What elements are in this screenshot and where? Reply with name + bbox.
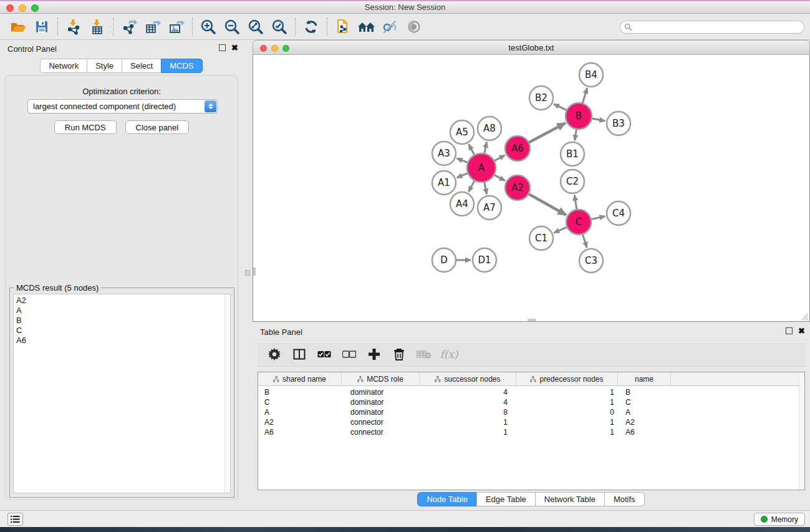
close-window-button[interactable] [6, 4, 14, 12]
graph-edge-A-A4[interactable] [468, 181, 474, 191]
criterion-dropdown[interactable]: largest connected component (directed) [27, 99, 218, 114]
task-history-button[interactable] [7, 513, 23, 526]
splitter-grip[interactable] [245, 270, 250, 276]
zoom-window-button[interactable] [31, 4, 39, 12]
result-item[interactable]: A [14, 306, 230, 316]
graph-node-A2[interactable]: A2 [505, 175, 530, 200]
column-header-successor-nodes[interactable]: successor nodes [420, 372, 516, 385]
graph-edge-A-A5[interactable] [469, 144, 475, 155]
resize-grip-icon[interactable] [801, 312, 809, 321]
column-header-name[interactable]: name [618, 372, 671, 385]
clone-network-button[interactable] [331, 16, 355, 37]
graph-edge-C-C1[interactable] [554, 227, 567, 233]
graph-node-A6[interactable]: A6 [505, 136, 530, 161]
result-item[interactable]: C [14, 326, 230, 336]
export-network-button[interactable] [117, 16, 141, 37]
search-field[interactable] [620, 21, 804, 34]
graph-node-D1[interactable]: D1 [473, 248, 496, 272]
graph-edge-A-A2[interactable] [494, 175, 505, 181]
tab-mcds[interactable]: MCDS [161, 59, 202, 73]
hide-glasses-button[interactable] [378, 16, 402, 37]
export-image-button[interactable] [165, 16, 188, 37]
show-columns-button[interactable] [290, 345, 309, 364]
tab-select[interactable]: Select [122, 59, 162, 73]
zoom-selected-button[interactable] [268, 16, 291, 37]
select-all-button[interactable] [315, 345, 334, 364]
memory-button[interactable]: Memory [754, 513, 805, 526]
graph-edge-B-B1[interactable] [575, 130, 577, 141]
tab-motifs[interactable]: Motifs [604, 492, 645, 506]
tab-node-table[interactable]: Node Table [417, 492, 477, 506]
graph-node-B4[interactable]: B4 [579, 63, 603, 87]
zoom-fit-button[interactable] [244, 16, 268, 37]
network-graph[interactable]: AA6A2BCA1A3A5A8A4A7B1B2B3B4C1C2C3C4DD1 [253, 55, 809, 321]
graph-edge-B-B3[interactable] [592, 118, 605, 121]
close-panel-button[interactable]: Close panel [125, 120, 190, 134]
save-session-button[interactable] [30, 16, 54, 37]
tab-style[interactable]: Style [87, 59, 122, 73]
column-header-mcds-role[interactable]: MCDS role [342, 372, 420, 385]
graph-edge-A-A3[interactable] [457, 158, 468, 163]
graph-node-B[interactable]: B [566, 103, 592, 129]
import-network-button[interactable] [62, 16, 85, 37]
result-item[interactable]: A6 [14, 336, 230, 346]
graph-node-C2[interactable]: C2 [561, 170, 584, 193]
zoom-out-button[interactable] [220, 16, 244, 37]
graph-node-C4[interactable]: C4 [607, 201, 630, 225]
column-header-predecessor-nodes[interactable]: predecessor nodes [516, 372, 618, 385]
table-scrollbar[interactable] [799, 372, 804, 490]
delete-column-button[interactable] [390, 345, 408, 364]
graph-edge-B-B2[interactable] [554, 104, 566, 110]
graph-edge-A-A1[interactable] [456, 173, 467, 178]
graph-node-C3[interactable]: C3 [579, 249, 603, 273]
network-window-titlebar[interactable]: testGlobe.txt [253, 40, 810, 55]
graph-node-A7[interactable]: A7 [478, 196, 501, 220]
table-settings-button[interactable] [265, 345, 284, 364]
graph-node-B1[interactable]: B1 [561, 142, 584, 166]
graph-edge-A6-B[interactable] [529, 123, 566, 142]
graph-edge-A-A8[interactable] [485, 142, 487, 153]
node-table[interactable]: shared name MCDS role successor nodes pr… [258, 372, 805, 490]
graph-edge-A-A6[interactable] [494, 155, 505, 161]
graph-edge-A-A7[interactable] [485, 183, 487, 195]
graph-node-B3[interactable]: B3 [607, 112, 630, 135]
graph-node-A4[interactable]: A4 [450, 192, 474, 216]
show-eye-button[interactable] [402, 16, 426, 37]
open-session-button[interactable] [6, 16, 30, 37]
graph-node-A8[interactable]: A8 [478, 117, 501, 140]
graph-node-A5[interactable]: A5 [450, 120, 474, 144]
refresh-button[interactable] [299, 16, 323, 37]
float-panel-icon[interactable] [219, 44, 226, 51]
close-panel-icon[interactable]: ✖ [231, 43, 238, 52]
import-table-button[interactable] [85, 16, 109, 37]
net-zoom-button[interactable] [282, 45, 289, 52]
column-header-shared-name[interactable]: shared name [258, 372, 342, 385]
panel-splitter[interactable] [243, 40, 253, 510]
export-table-button[interactable] [141, 16, 165, 37]
graph-node-A1[interactable]: A1 [432, 171, 456, 195]
table-row[interactable]: A2 connector 1 1 A2 [258, 418, 804, 428]
graph-edge-C-C3[interactable] [582, 235, 587, 248]
minimize-window-button[interactable] [19, 4, 26, 12]
search-input[interactable] [635, 23, 797, 32]
net-minimize-button[interactable] [271, 45, 278, 52]
graph-node-A3[interactable]: A3 [432, 142, 456, 165]
close-table-panel-icon[interactable]: ✖ [798, 326, 805, 336]
graph-node-B2[interactable]: B2 [529, 86, 553, 110]
graph-edge-C-C4[interactable] [592, 216, 605, 220]
result-scrollbar[interactable] [224, 294, 230, 493]
mcds-result-list[interactable]: A2 A B C A6 [13, 294, 231, 493]
canvas-left-grip[interactable] [253, 268, 256, 276]
table-row[interactable]: C dominator 4 1 C [258, 398, 804, 408]
table-row[interactable]: A dominator 8 0 A [258, 408, 804, 418]
canvas-bottom-grip[interactable] [528, 319, 536, 321]
tab-edge-table[interactable]: Edge Table [476, 492, 536, 506]
deselect-all-button[interactable] [340, 345, 359, 364]
result-item[interactable]: B [14, 316, 230, 326]
home-button[interactable] [355, 16, 378, 37]
graph-node-A[interactable]: A [467, 153, 496, 182]
net-close-button[interactable] [260, 45, 267, 52]
graph-node-C[interactable]: C [566, 210, 591, 235]
graph-edge-A2-C[interactable] [529, 194, 566, 215]
graph-node-C1[interactable]: C1 [529, 226, 553, 250]
